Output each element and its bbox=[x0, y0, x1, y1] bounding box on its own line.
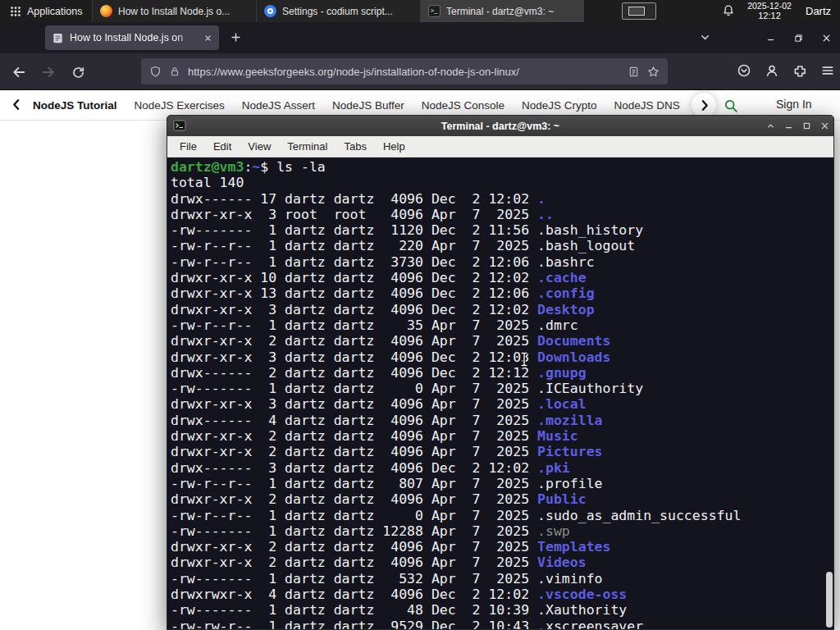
terminal-shade-button[interactable] bbox=[766, 121, 775, 130]
shield-icon[interactable] bbox=[149, 66, 162, 78]
file-name: .bashrc bbox=[537, 254, 595, 270]
terminal-minimize-button[interactable] bbox=[784, 121, 793, 130]
nav-scroll-left-icon[interactable] bbox=[10, 98, 24, 112]
file-name: .swp bbox=[537, 523, 570, 539]
terminal-output-line: -rw------- 1 dartz dartz 0 Apr 7 2025 .I… bbox=[171, 381, 833, 396]
terminal-output-line: drwxr-xr-x 3 dartz dartz 4096 Dec 2 12:0… bbox=[171, 302, 833, 317]
file-meta: drwxrwxr-x 4 dartz dartz 4096 Dec 2 12:0… bbox=[171, 587, 537, 602]
file-meta: drwxr-xr-x 10 dartz dartz 4096 Dec 2 12:… bbox=[171, 270, 537, 285]
terminal-titlebar[interactable]: Terminal - dartz@vm3: ~ bbox=[167, 116, 833, 136]
file-name: .Xauthority bbox=[537, 602, 627, 618]
terminal-output-line: -rw------- 1 dartz dartz 48 Dec 2 10:39 … bbox=[171, 602, 833, 618]
site-nav-item[interactable]: NodeJS Tutorial bbox=[33, 99, 117, 112]
browser-tab[interactable]: How to Install Node.js on bbox=[45, 25, 219, 50]
file-meta: drwx------ 3 dartz dartz 4096 Dec 2 12:0… bbox=[171, 460, 537, 476]
window-restore-button[interactable] bbox=[784, 22, 812, 53]
taskbar-window-title: How to Install Node.js o... bbox=[118, 6, 230, 17]
terminal-output-line: -rw-r--r-- 1 dartz dartz 35 Apr 7 2025 .… bbox=[171, 317, 833, 333]
terminal-output-line: total 140 bbox=[171, 175, 833, 190]
workspace-switcher[interactable] bbox=[622, 2, 656, 20]
terminal-scrollbar-thumb[interactable] bbox=[826, 572, 833, 628]
applications-menu-button[interactable]: Applications bbox=[0, 0, 92, 22]
site-nav-item[interactable]: NodeJS DNS bbox=[614, 99, 680, 112]
site-nav-item[interactable]: NodeJS Console bbox=[422, 99, 504, 112]
account-icon[interactable] bbox=[765, 63, 779, 78]
terminal-scrollbar[interactable] bbox=[825, 158, 833, 629]
file-meta: drwx------ 2 dartz dartz 4096 Dec 2 12:1… bbox=[171, 365, 537, 381]
window-minimize-button[interactable] bbox=[756, 22, 784, 53]
prompt-command: ls -la bbox=[276, 159, 326, 175]
user-menu[interactable]: Dartz bbox=[806, 0, 831, 22]
clock[interactable]: 2025-12-02 12:12 bbox=[743, 1, 796, 21]
site-nav-item[interactable]: NodeJS Assert bbox=[242, 99, 315, 112]
browser-window-controls bbox=[756, 22, 840, 53]
file-name: .pki bbox=[537, 460, 570, 476]
terminal-close-button[interactable] bbox=[820, 121, 829, 130]
file-name: Videos bbox=[537, 555, 587, 570]
file-meta: drwxr-xr-x 13 dartz dartz 4096 Dec 2 12:… bbox=[171, 285, 537, 301]
back-button[interactable] bbox=[7, 60, 31, 84]
file-meta: drwxr-xr-x 2 dartz dartz 4096 Apr 7 2025 bbox=[171, 333, 537, 349]
file-name: .cache bbox=[537, 270, 587, 285]
file-name: .config bbox=[537, 285, 595, 301]
file-name: Templates bbox=[537, 539, 610, 555]
file-name: . bbox=[537, 191, 546, 207]
lock-icon[interactable] bbox=[169, 66, 180, 77]
menu-hamburger-icon[interactable] bbox=[820, 63, 835, 78]
terminal-menu-item[interactable]: Terminal bbox=[279, 136, 336, 158]
app-icon bbox=[100, 5, 112, 17]
terminal-output-line: drwxr-xr-x 10 dartz dartz 4096 Dec 2 12:… bbox=[171, 270, 833, 285]
terminal-output[interactable]: dartz@vm3:~$ ls -la total 140 drwx------… bbox=[167, 158, 833, 629]
terminal-window-controls bbox=[766, 116, 829, 136]
nav-scroll-right-icon[interactable] bbox=[692, 93, 716, 117]
app-icon bbox=[428, 5, 441, 17]
file-name: .gnupg bbox=[537, 365, 587, 381]
terminal-maximize-button[interactable] bbox=[802, 121, 811, 130]
reload-button[interactable] bbox=[66, 60, 90, 84]
new-tab-button[interactable] bbox=[230, 31, 242, 43]
file-meta: -rw-r--r-- 1 dartz dartz 3730 Dec 2 12:0… bbox=[171, 254, 537, 270]
file-meta: -rw------- 1 dartz dartz 1120 Dec 2 11:5… bbox=[171, 222, 537, 238]
tab-close-icon[interactable] bbox=[203, 34, 212, 43]
bookmark-star-icon[interactable] bbox=[647, 66, 660, 78]
taskbar-window-button[interactable]: Terminal - dartz@vm3: ~ bbox=[420, 0, 584, 22]
forward-button[interactable] bbox=[36, 60, 61, 84]
sign-in-link[interactable]: Sign In bbox=[776, 98, 812, 111]
prompt-user-host: dartz@vm3 bbox=[171, 159, 244, 175]
reader-view-icon[interactable] bbox=[628, 66, 640, 78]
file-name: .dmrc bbox=[537, 317, 578, 333]
window-close-button[interactable] bbox=[812, 22, 840, 53]
search-icon[interactable] bbox=[724, 98, 738, 113]
pocket-icon[interactable] bbox=[737, 63, 751, 78]
terminal-menu-item[interactable]: Edit bbox=[205, 136, 240, 158]
file-name: Pictures bbox=[537, 444, 602, 459]
file-name: Public bbox=[537, 491, 587, 507]
terminal-menu-item[interactable]: Help bbox=[375, 136, 413, 158]
terminal-output-line: -rw-r--r-- 1 dartz dartz 220 Apr 7 2025 … bbox=[171, 238, 833, 253]
site-nav-item[interactable]: NodeJS Buffer bbox=[332, 99, 404, 112]
file-meta: -rw-r--r-- 1 dartz dartz 0 Apr 7 2025 bbox=[171, 508, 537, 523]
file-meta: drwxr-xr-x 2 dartz dartz 4096 Apr 7 2025 bbox=[171, 539, 537, 555]
taskbar-window-button[interactable]: Settings - codium script... bbox=[256, 0, 420, 22]
site-nav-item[interactable]: NodeJS Crypto bbox=[522, 99, 597, 112]
terminal-output-line: drwxr-xr-x 2 dartz dartz 4096 Apr 7 2025… bbox=[171, 555, 833, 570]
app-icon bbox=[264, 5, 276, 17]
url-text[interactable]: https://www.geeksforgeeks.org/node-js/in… bbox=[188, 66, 620, 78]
site-nav-item[interactable]: NodeJS Exercises bbox=[135, 99, 225, 112]
terminal-output-line: drwx------ 17 dartz dartz 4096 Dec 2 12:… bbox=[171, 191, 833, 207]
terminal-output-line: drwxr-xr-x 2 dartz dartz 4096 Apr 7 2025… bbox=[171, 333, 833, 349]
terminal-menu-item[interactable]: Tabs bbox=[336, 136, 374, 158]
taskbar-window-button[interactable]: How to Install Node.js o... bbox=[92, 0, 256, 22]
terminal-output-line: -rw------- 1 dartz dartz 532 Apr 7 2025 … bbox=[171, 571, 833, 587]
list-tabs-chevron-icon[interactable] bbox=[699, 31, 711, 43]
terminal-output-line: drwx------ 3 dartz dartz 4096 Dec 2 12:0… bbox=[171, 460, 833, 476]
terminal-output-line: drwxr-xr-x 2 dartz dartz 4096 Apr 7 2025… bbox=[171, 428, 833, 444]
desktop: Applications How to Install Node.js o...… bbox=[0, 0, 840, 630]
extensions-icon[interactable] bbox=[792, 63, 807, 78]
url-bar[interactable]: https://www.geeksforgeeks.org/node-js/in… bbox=[141, 58, 668, 84]
terminal-menu-item[interactable]: File bbox=[171, 136, 205, 158]
file-meta: -rw-r--r-- 1 dartz dartz 807 Apr 7 2025 bbox=[171, 476, 537, 491]
notifications-bell-icon[interactable] bbox=[722, 4, 735, 17]
terminal-menu-item[interactable]: View bbox=[240, 136, 279, 158]
tab-title: How to Install Node.js on bbox=[70, 32, 198, 43]
